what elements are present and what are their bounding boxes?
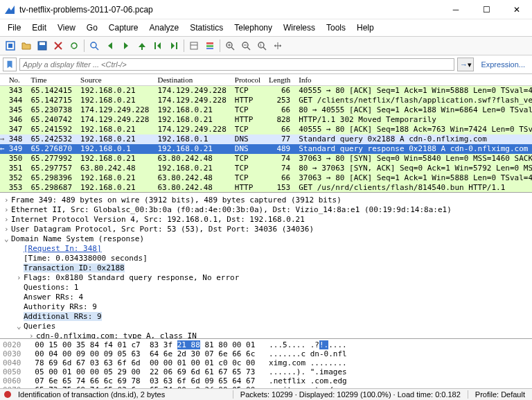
capture-options-icon[interactable]: [3, 38, 18, 53]
svg-line-7: [96, 47, 98, 50]
window-title: tv-netflix-problems-2011-07-06.pcap: [19, 5, 441, 15]
svg-rect-1: [8, 44, 12, 48]
zoom-in-icon[interactable]: [222, 38, 238, 53]
close-button[interactable]: ✕: [502, 0, 532, 19]
detail-line[interactable]: Authority RRs: 9: [1, 302, 531, 312]
save-icon[interactable]: [35, 38, 50, 53]
detail-line[interactable]: Additional RRs: 9: [1, 312, 531, 322]
packet-row[interactable]: 35165.29775763.80.242.48192.168.0.21TCP7…: [0, 164, 532, 173]
status-bar: Identification of transaction (dns.id), …: [0, 388, 532, 400]
packet-row[interactable]: →34865.242532192.168.0.21192.168.0.1DNS7…: [0, 134, 532, 144]
minimize-button[interactable]: ─: [441, 0, 471, 19]
detail-line[interactable]: ›Frame 349: 489 bytes on wire (3912 bits…: [1, 195, 531, 205]
packet-row[interactable]: 34665.240742174.129.249.228192.168.0.21H…: [0, 115, 532, 125]
svg-rect-14: [206, 48, 213, 49]
packet-details[interactable]: ›Frame 349: 489 bytes on wire (3912 bits…: [0, 192, 532, 339]
packet-row[interactable]: 34465.142715192.168.0.21174.129.249.228H…: [0, 96, 532, 105]
svg-rect-3: [39, 42, 45, 45]
app-fin-icon: [4, 4, 15, 15]
menu-view[interactable]: View: [53, 21, 80, 35]
hex-line[interactable]: 0060 07 6e 65 74 66 6c 69 78 03 63 6f 6d…: [3, 376, 529, 385]
menu-capture[interactable]: Capture: [104, 21, 143, 35]
find-icon[interactable]: [87, 38, 102, 53]
titlebar: tv-netflix-problems-2011-07-06.pcap ─ ☐ …: [0, 0, 532, 19]
detail-line[interactable]: [Request In: 348]: [1, 244, 531, 254]
svg-line-21: [247, 47, 250, 50]
packet-row[interactable]: 35065.277992192.168.0.2163.80.242.48TCP7…: [0, 154, 532, 164]
menu-telephony[interactable]: Telephony: [229, 21, 277, 35]
expert-info-icon[interactable]: [4, 391, 11, 398]
menu-wireless[interactable]: Wireless: [278, 21, 320, 35]
packet-list[interactable]: No.TimeSourceDestinationProtocolLengthIn…: [0, 73, 532, 192]
menu-file[interactable]: File: [3, 21, 26, 35]
hex-line[interactable]: 0030 00 04 00 09 00 09 05 63 64 6e 2d 30…: [3, 349, 529, 358]
menu-tools[interactable]: Tools: [321, 21, 351, 35]
svg-rect-8: [154, 42, 156, 49]
packet-row[interactable]: 34765.241592192.168.0.21174.129.249.228T…: [0, 125, 532, 134]
status-field-info: Identification of transaction (dns.id), …: [15, 390, 233, 399]
col-header[interactable]: Length: [265, 74, 294, 86]
reload-icon[interactable]: [66, 38, 82, 53]
hex-line[interactable]: 0040 78 69 6d 67 03 63 6f 6d 00 00 01 00…: [3, 358, 529, 367]
svg-rect-10: [190, 42, 197, 49]
menu-analyze[interactable]: Analyze: [145, 21, 184, 35]
display-filter-input[interactable]: [19, 58, 454, 71]
resize-cols-icon[interactable]: [270, 38, 285, 53]
packet-row[interactable]: 34565.230738174.129.249.228192.168.0.21T…: [0, 105, 532, 115]
detail-line[interactable]: Transaction ID: 0x2188: [1, 263, 531, 273]
status-packets: Packets: 10299 · Displayed: 10299 (100.0…: [233, 390, 468, 399]
go-back-icon[interactable]: [103, 38, 118, 53]
detail-line[interactable]: ›cdn-0.nflximg.com: type A, class IN: [1, 331, 531, 339]
col-header[interactable]: Time: [27, 74, 77, 86]
svg-point-6: [91, 42, 96, 48]
hex-line[interactable]: 0020 00 15 00 35 84 f4 01 c7 83 3f 21 88…: [3, 340, 529, 349]
main-toolbar: 1: [0, 36, 532, 55]
maximize-button[interactable]: ☐: [471, 0, 502, 19]
hex-line[interactable]: 0050 05 00 01 00 00 05 29 00 22 06 69 6d…: [3, 367, 529, 376]
bookmark-filter-icon[interactable]: [3, 58, 17, 71]
detail-line[interactable]: ›User Datagram Protocol, Src Port: 53 (5…: [1, 225, 531, 234]
svg-text:1: 1: [260, 43, 263, 47]
packet-row[interactable]: ←34965.276870192.168.0.1192.168.0.21DNS4…: [0, 144, 532, 154]
detail-line[interactable]: Questions: 1: [1, 283, 531, 293]
detail-line[interactable]: ›Ethernet II, Src: Globalsc_00:3b:0a (f0…: [1, 205, 531, 215]
menu-help[interactable]: Help: [352, 21, 379, 35]
menu-edit[interactable]: Edit: [27, 21, 51, 35]
menu-go[interactable]: Go: [82, 21, 103, 35]
filter-bar: →▾ Expression...: [0, 55, 532, 73]
svg-line-18: [231, 47, 234, 50]
menu-statistics[interactable]: Statistics: [185, 21, 228, 35]
col-header[interactable]: No.: [5, 74, 27, 86]
packet-row[interactable]: 35265.298396192.168.0.2163.80.242.48TCP6…: [0, 173, 532, 183]
col-header[interactable]: Source: [76, 74, 153, 86]
status-profile[interactable]: Profile: Default: [468, 390, 532, 399]
close-file-icon[interactable]: [51, 38, 66, 53]
colorize-icon[interactable]: [202, 38, 218, 53]
packet-bytes[interactable]: 0020 00 15 00 35 84 f4 01 c7 83 3f 21 88…: [0, 338, 532, 388]
detail-line[interactable]: Answer RRs: 4: [1, 293, 531, 302]
go-forward-icon[interactable]: [118, 38, 134, 53]
col-header[interactable]: Info: [294, 74, 532, 86]
detail-line[interactable]: ›Flags: 0x8180 Standard query response, …: [1, 273, 531, 283]
open-icon[interactable]: [19, 38, 34, 53]
svg-line-24: [263, 47, 266, 50]
go-to-icon[interactable]: [134, 38, 150, 53]
packet-row[interactable]: 34365.142415192.168.0.21174.129.249.228T…: [0, 86, 532, 96]
svg-rect-9: [176, 42, 177, 49]
go-last-icon[interactable]: [166, 38, 181, 53]
zoom-out-icon[interactable]: [238, 38, 254, 53]
col-header[interactable]: Protocol: [231, 74, 265, 86]
zoom-reset-icon[interactable]: 1: [254, 38, 269, 53]
detail-line[interactable]: ⌄Queries: [1, 322, 531, 331]
apply-filter-button[interactable]: →▾: [457, 58, 474, 71]
packet-row[interactable]: 35365.298687192.168.0.2163.80.242.48HTTP…: [0, 183, 532, 192]
col-header[interactable]: Destination: [153, 74, 230, 86]
detail-line[interactable]: ⌄Domain Name System (response): [1, 234, 531, 244]
autoscroll-icon[interactable]: [186, 38, 202, 53]
expression-button[interactable]: Expression...: [477, 60, 529, 69]
menubar: FileEditViewGoCaptureAnalyzeStatisticsTe…: [0, 19, 532, 36]
detail-line[interactable]: ›Internet Protocol Version 4, Src: 192.1…: [1, 215, 531, 225]
go-first-icon[interactable]: [150, 38, 166, 53]
detail-line[interactable]: [Time: 0.034338000 seconds]: [1, 254, 531, 263]
svg-rect-12: [206, 42, 213, 44]
